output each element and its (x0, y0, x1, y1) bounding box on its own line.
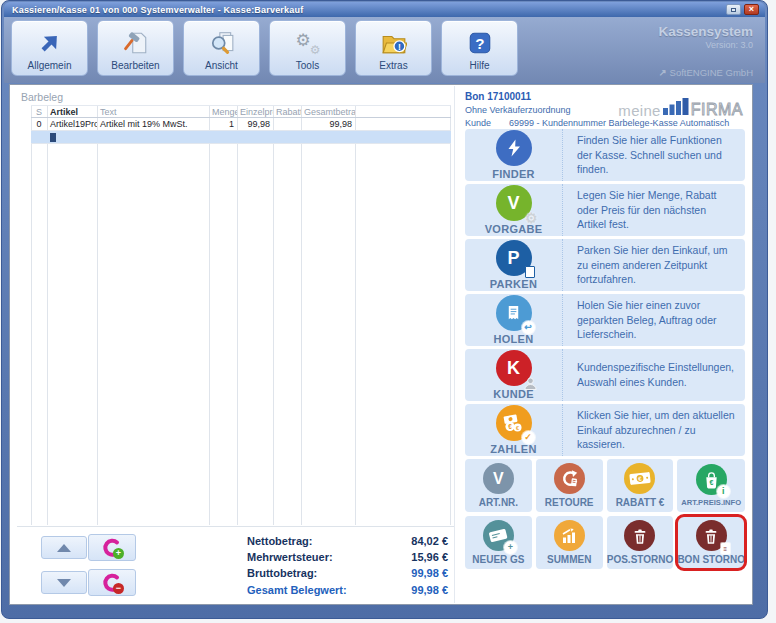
app-window: Kassieren/Kasse 01 von 000 Systemverwalt… (1, 0, 768, 619)
screen: Kassieren/Kasse 01 von 000 Systemverwalt… (0, 0, 776, 623)
zahlen-button[interactable]: € € ✓ ZAHLEN Klicken Sie hier, um den ak… (465, 404, 745, 456)
close-button[interactable]: × (744, 4, 759, 15)
toolbar-label: Ansicht (205, 60, 238, 71)
down-arrow-icon (57, 579, 71, 587)
parken-button[interactable]: P PARKEN Parken Sie hier den Einkauf, um… (465, 239, 745, 291)
document-icon (525, 266, 535, 278)
toolbar-button-bearbeiten[interactable]: Bearbeiten (97, 20, 174, 76)
summen-icon (554, 520, 585, 551)
logo-bars-icon (663, 98, 689, 119)
bon-storno-trash-icon: ≡ (696, 520, 727, 551)
col-rabatt[interactable]: Rabatt (273, 107, 301, 117)
scroll-up-button[interactable] (41, 536, 87, 559)
table-row-selected[interactable] (31, 131, 451, 144)
external-link-icon: ↗ (659, 67, 667, 78)
artnr-button[interactable]: V ART.NR. (465, 459, 532, 512)
feature-description: Kundenspezifische Einstellungen, Auswahl… (563, 349, 745, 401)
svg-text:€: € (508, 423, 512, 430)
arrow-ne-icon (37, 26, 63, 60)
magnifier-documents-icon (209, 26, 235, 60)
close-icon: × (749, 5, 754, 14)
total-belegwert: Gesamt Belegwert: 99,98 € (247, 582, 448, 598)
title-bar[interactable]: Kassieren/Kasse 01 von 000 Systemverwalt… (4, 2, 765, 17)
company-logo: meine FIRMA (618, 98, 743, 119)
plus-icon: + (504, 541, 517, 554)
col-text[interactable]: Text (97, 107, 209, 117)
neuergs-button[interactable]: + NEUER GS (465, 516, 532, 569)
window-title: Kassieren/Kasse 01 von 000 Systemverwalt… (12, 5, 726, 15)
toolbar-label: Tools (296, 60, 319, 71)
hammer-document-icon (123, 26, 149, 60)
vorgabe-icon: V ⚙ (496, 185, 532, 221)
info-icon: i (717, 485, 730, 498)
summen-button[interactable]: SUMMEN (536, 516, 603, 569)
zahlen-icon: € € ✓ (496, 405, 532, 441)
kunde-icon: K (496, 350, 532, 386)
toolbar-label: Extras (379, 60, 407, 71)
kunde-button[interactable]: K KUNDE Kundenspezifische Einstellungen,… (465, 349, 745, 401)
totals-block: Nettobetrag: 84,02 € Mehrwertsteuer: 15,… (247, 533, 448, 598)
col-einzelpreis[interactable]: Einzelpreis (237, 107, 273, 117)
holen-button[interactable]: ↩ HOLEN Holen Sie hier einen zuvor gepar… (465, 294, 745, 346)
toolbar-button-extras[interactable]: ! Extras (355, 20, 432, 76)
feature-label: ZAHLEN (490, 443, 536, 455)
feature-label: HOLEN (494, 333, 534, 345)
folder-info-icon: ! (381, 26, 407, 60)
finder-button[interactable]: FINDER Finden Sie hier alle Funktionen d… (465, 129, 745, 181)
help-icon: ? (467, 26, 493, 60)
up-arrow-icon (57, 544, 71, 552)
window-controls: × (726, 4, 759, 15)
col-menge[interactable]: Menge (209, 107, 237, 117)
font-increase-button[interactable]: + (88, 534, 136, 561)
svg-text:€: € (516, 424, 519, 430)
receipt-table[interactable]: S Artikel Text Menge Einzelpreis Rabatt … (31, 105, 451, 525)
toolbar-button-allgemein[interactable]: Allgemein (11, 20, 88, 76)
feature-label: FINDER (492, 168, 535, 180)
font-decrease-button[interactable]: − (88, 569, 136, 596)
svg-text:€: € (709, 479, 713, 487)
feature-description: Parken Sie hier den Einkauf, um zu einem… (563, 239, 745, 291)
artpreisinfo-icon: € i (696, 464, 727, 495)
feature-description: Holen Sie hier einen zuvor geparkten Bel… (563, 294, 745, 346)
artpreisinfo-button[interactable]: € i ART.PREIS.INFO (677, 459, 745, 512)
maximize-button[interactable] (726, 4, 741, 15)
table-row[interactable]: 0 Artikel19Prozer Artikel mit 19% MwSt. … (31, 118, 451, 131)
company-name: SoftENGINE GmbH (670, 67, 753, 78)
toolbar-label: Bearbeiten (111, 60, 159, 71)
vorgabe-button[interactable]: V ⚙ VORGABE Legen Sie hier Menge, Rabatt… (465, 184, 745, 236)
receipt-badge-icon: ≡ (721, 543, 730, 554)
retrieve-arrow-icon: ↩ (522, 321, 535, 334)
pos-storno-trash-icon (624, 520, 655, 551)
scroll-down-button[interactable] (41, 571, 87, 594)
gears-icon: ⚙⚙ (295, 26, 321, 60)
text-caret (50, 133, 56, 142)
toolbar-buttons: Allgemein Bearbeiten (11, 20, 518, 76)
person-icon (524, 377, 537, 390)
customer-label: Kunde (465, 118, 491, 128)
total-mwst: Mehrwertsteuer: 15,96 € (247, 549, 448, 565)
retoure-icon (554, 463, 585, 494)
product-name: Kassensystem (658, 24, 753, 39)
finder-icon (496, 130, 532, 166)
gear-icon: ⚙ (525, 210, 538, 226)
bonstorno-button[interactable]: ≡ BON STORNO (677, 516, 745, 569)
col-gesamtbetrag[interactable]: Gesamtbetrag (301, 107, 355, 117)
company-link[interactable]: ↗SoftENGINE GmbH (659, 67, 753, 78)
customer-line: Kunde 69999 - Kundennummer Barbelege-Kas… (465, 118, 745, 128)
col-artikel[interactable]: Artikel (47, 107, 97, 117)
svg-text:!: ! (397, 42, 400, 52)
retoure-button[interactable]: RETOURE (536, 459, 603, 512)
total-netto: Nettobetrag: 84,02 € (247, 533, 448, 549)
receipt-panel-title: Barbeleg (21, 91, 63, 103)
rabatt-icon: € (624, 463, 655, 494)
toolbar-label: Hilfe (469, 60, 489, 71)
rabatt-button[interactable]: € RABATT € (607, 459, 674, 512)
content-area: Barbeleg S Artikel Text Menge Einzelprei… (9, 84, 753, 605)
posstorno-button[interactable]: POS.STORNO (607, 516, 674, 569)
toolbar-button-ansicht[interactable]: Ansicht (183, 20, 260, 76)
actions-panel: Bon 17100011 Ohne Verkäuferzuordnung Kun… (457, 86, 751, 603)
total-brutto: Bruttobetrag: 99,98 € (247, 565, 448, 581)
toolbar-button-tools[interactable]: ⚙⚙ Tools (269, 20, 346, 76)
parken-icon: P (496, 240, 532, 276)
toolbar-button-hilfe[interactable]: ? Hilfe (441, 20, 518, 76)
